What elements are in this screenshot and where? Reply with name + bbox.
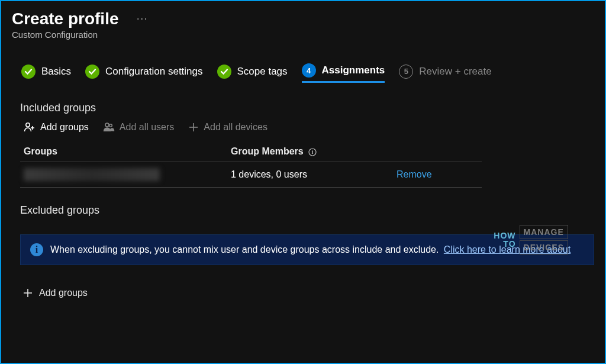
svg-point-3 bbox=[105, 123, 109, 127]
remove-link[interactable]: Remove bbox=[397, 169, 432, 179]
step-label: Basics bbox=[41, 66, 71, 78]
svg-point-0 bbox=[26, 123, 30, 127]
people-icon bbox=[103, 121, 115, 133]
included-groups-table: Groups Group Members i 1 devices, 0 user… bbox=[20, 144, 482, 188]
step-assignments[interactable]: 4 Assignments bbox=[302, 63, 385, 83]
banner-text: When excluding groups, you cannot mix us… bbox=[50, 244, 439, 255]
add-all-devices-button[interactable]: Add all devices bbox=[188, 122, 267, 133]
step-config-settings[interactable]: Configuration settings bbox=[85, 65, 202, 82]
more-actions-icon[interactable]: ··· bbox=[137, 14, 148, 24]
info-icon: i bbox=[30, 243, 43, 256]
page-subtitle: Custom Configuration bbox=[12, 30, 594, 40]
step-label: Review + create bbox=[419, 66, 491, 78]
add-all-devices-label: Add all devices bbox=[204, 122, 267, 133]
group-name-redacted bbox=[24, 168, 160, 181]
watermark: HOW TO MANAGE DEVICES bbox=[494, 225, 568, 255]
svg-point-4 bbox=[109, 124, 112, 127]
step-scope-tags[interactable]: Scope tags bbox=[217, 65, 288, 82]
excluded-groups-heading: Excluded groups bbox=[20, 204, 594, 217]
step-review-create[interactable]: 5 Review + create bbox=[399, 65, 491, 82]
step-label: Assignments bbox=[322, 65, 385, 76]
step-label: Configuration settings bbox=[105, 66, 202, 78]
included-groups-heading: Included groups bbox=[20, 102, 594, 114]
check-icon bbox=[21, 65, 36, 79]
plus-icon bbox=[22, 288, 33, 298]
step-basics[interactable]: Basics bbox=[21, 65, 71, 82]
add-all-users-button[interactable]: Add all users bbox=[103, 121, 175, 133]
add-groups-label: Add groups bbox=[40, 122, 89, 133]
add-all-users-label: Add all users bbox=[120, 122, 175, 133]
excluded-add-groups-label: Add groups bbox=[39, 288, 88, 298]
included-toolbar: Add groups Add all users Add all devic bbox=[20, 121, 594, 133]
excluded-add-groups-button[interactable]: Add groups bbox=[22, 288, 594, 298]
check-icon bbox=[217, 65, 231, 79]
group-members-value: 1 devices, 0 users bbox=[231, 169, 397, 180]
column-header-groups: Groups bbox=[24, 146, 231, 157]
svg-text:i: i bbox=[312, 149, 314, 155]
step-number-icon: 4 bbox=[302, 63, 316, 78]
column-header-members: Group Members i bbox=[231, 146, 397, 157]
page-title: Create profile bbox=[12, 9, 119, 28]
wizard-steps: Basics Configuration settings Scope tags… bbox=[1, 44, 605, 86]
person-plus-icon bbox=[24, 121, 36, 133]
step-label: Scope tags bbox=[237, 66, 288, 78]
add-groups-button[interactable]: Add groups bbox=[24, 121, 89, 133]
info-icon[interactable]: i bbox=[308, 148, 317, 156]
step-number-icon: 5 bbox=[399, 65, 413, 79]
table-row: 1 devices, 0 users Remove bbox=[20, 162, 482, 188]
plus-icon bbox=[188, 122, 199, 133]
check-icon bbox=[85, 65, 99, 79]
